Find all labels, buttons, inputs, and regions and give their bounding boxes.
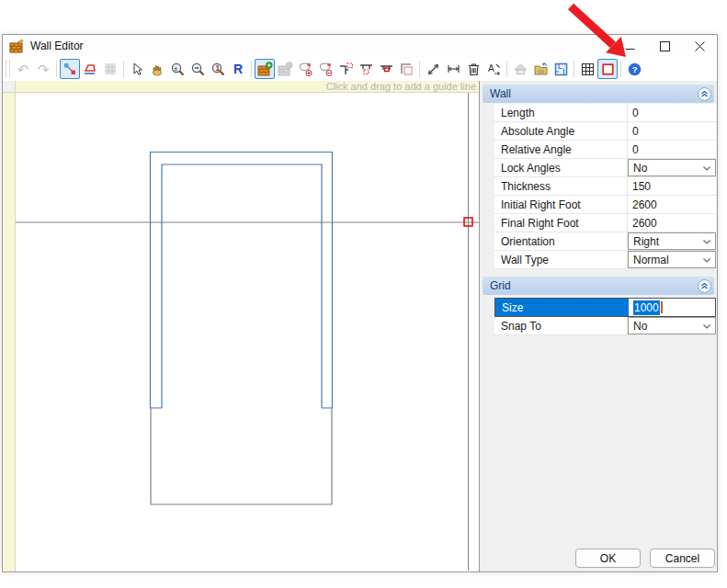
property-row-length[interactable]: Length 0 [494, 104, 716, 122]
cancel-button[interactable]: Cancel [650, 548, 715, 568]
draw-wall-tool-button[interactable] [60, 59, 80, 79]
chevron-down-icon [702, 164, 711, 172]
horizontal-guide-ruler[interactable]: Click and drag to add a guide line [16, 81, 479, 93]
maximize-button[interactable] [647, 35, 682, 57]
toolbar-separator [574, 61, 574, 77]
edit-grid-icon [103, 62, 118, 76]
property-label[interactable]: Size [495, 299, 629, 316]
remove-wall-button[interactable] [275, 59, 295, 79]
zoom-window-button[interactable]: ± [167, 59, 187, 79]
grid-icon [580, 62, 596, 77]
help-button[interactable]: ? [624, 59, 644, 79]
property-label[interactable]: Final Right Foot [494, 214, 628, 232]
toolbar-separator [56, 61, 57, 77]
property-row-snap-to[interactable]: Snap To No [494, 317, 716, 335]
wall-outline[interactable] [151, 153, 333, 409]
chevron-up-icon [700, 90, 709, 98]
hand-icon [150, 62, 165, 76]
svg-text:A: A [488, 63, 494, 74]
dimension-tool-button[interactable] [443, 59, 463, 79]
plan-view-button[interactable] [551, 59, 571, 79]
room-outline[interactable] [151, 408, 332, 504]
edit-polygon-tool-button[interactable] [80, 59, 100, 79]
main-area: Click and drag to add a guide line Wall [3, 81, 717, 571]
property-label[interactable]: Wall Type [494, 251, 628, 268]
property-row-lock-angles[interactable]: Lock Angles No [494, 159, 716, 177]
zoom-reset-button[interactable]: 1 [208, 59, 228, 79]
grid-section-header[interactable]: Grid [483, 277, 714, 295]
ok-button[interactable]: OK [575, 548, 641, 568]
maximize-icon [660, 41, 670, 51]
merge-wall-button[interactable] [356, 59, 376, 79]
show-grid-button[interactable] [577, 59, 597, 79]
property-row-size[interactable]: Size 1000 [494, 298, 716, 317]
minimize-button[interactable] [612, 35, 647, 57]
delete-button[interactable] [463, 59, 483, 79]
add-wall-button[interactable] [255, 59, 275, 79]
property-row-final-right-foot[interactable]: Final Right Foot 2600 [494, 214, 716, 232]
wall-section-header[interactable]: Wall [483, 85, 714, 103]
dimension-icon [446, 62, 461, 77]
property-row-initial-right-foot[interactable]: Initial Right Foot 2600 [494, 196, 716, 214]
properties-panel: Wall Length 0 Absolute Angle 0 Relati [480, 81, 717, 571]
wall-corner-icon [399, 62, 415, 77]
redo-button[interactable]: ↷ [33, 59, 53, 79]
rotate-view-button[interactable]: R [228, 59, 248, 79]
property-value[interactable]: 150 [628, 177, 716, 195]
split-wall-button[interactable] [335, 59, 356, 79]
close-button[interactable] [682, 35, 717, 57]
import-plan-button[interactable] [530, 59, 551, 79]
property-row-thickness[interactable]: Thickness 150 [494, 177, 716, 196]
zoom-out-icon [190, 62, 206, 77]
property-row-orientation[interactable]: Orientation Right [494, 232, 716, 251]
svg-text:1: 1 [215, 63, 220, 73]
wall-corner-button[interactable] [396, 59, 416, 79]
remove-vertex-button[interactable] [315, 59, 335, 79]
text-direction-icon: A [486, 62, 502, 77]
property-label[interactable]: Lock Angles [494, 159, 628, 176]
property-label[interactable]: Snap To [494, 317, 628, 334]
vertical-guide-ruler[interactable] [3, 93, 16, 571]
property-value[interactable]: 0 [628, 141, 716, 158]
select-cursor-button[interactable] [127, 59, 147, 79]
property-label[interactable]: Orientation [494, 232, 628, 250]
lock-angles-dropdown[interactable]: No [628, 159, 716, 176]
measure-tool-button[interactable] [423, 59, 443, 79]
selected-text: 1000 [633, 300, 660, 315]
undo-icon: ↶ [17, 62, 29, 76]
property-row-relative-angle[interactable]: Relative Angle 0 [494, 141, 716, 159]
property-value[interactable]: 2600 [628, 196, 716, 213]
snap-to-dropdown[interactable]: No [628, 317, 716, 334]
toolbar-grip[interactable] [6, 61, 10, 77]
room-boundary-button[interactable] [597, 59, 618, 79]
property-label[interactable]: Length [494, 104, 628, 121]
text-caret [661, 301, 663, 313]
property-row-absolute-angle[interactable]: Absolute Angle 0 [494, 122, 716, 141]
collapse-grid-button[interactable] [698, 279, 711, 293]
edit-polygon-icon [83, 62, 97, 76]
property-value[interactable]: 0 [628, 104, 716, 121]
collapse-wall-button[interactable] [698, 87, 711, 101]
add-vertex-button[interactable] [295, 59, 315, 79]
wall-type-dropdown[interactable]: Normal [628, 251, 716, 268]
property-label[interactable]: Initial Right Foot [494, 196, 628, 213]
property-label[interactable]: Absolute Angle [494, 122, 628, 140]
pan-tool-button[interactable] [147, 59, 167, 79]
wall-segment-button[interactable] [376, 59, 396, 79]
size-input[interactable]: 1000 [629, 299, 715, 316]
orientation-dropdown[interactable]: Right [628, 232, 716, 250]
property-value[interactable]: 2600 [628, 214, 716, 232]
drawing-canvas[interactable] [16, 93, 479, 571]
text-direction-button[interactable]: A [483, 59, 504, 79]
split-wall-icon [338, 62, 354, 77]
edit-grid-tool-button[interactable] [100, 59, 120, 79]
zoom-out-button[interactable] [187, 59, 208, 79]
property-value[interactable]: 0 [628, 122, 716, 140]
ruler-corner [3, 81, 16, 93]
property-row-wall-type[interactable]: Wall Type Normal [494, 251, 716, 269]
roof-button[interactable] [510, 59, 530, 79]
undo-button[interactable]: ↶ [13, 59, 33, 79]
grid-property-rows: Size 1000 Snap To No [494, 298, 716, 335]
property-label[interactable]: Relative Angle [494, 141, 628, 158]
property-label[interactable]: Thickness [494, 177, 628, 195]
